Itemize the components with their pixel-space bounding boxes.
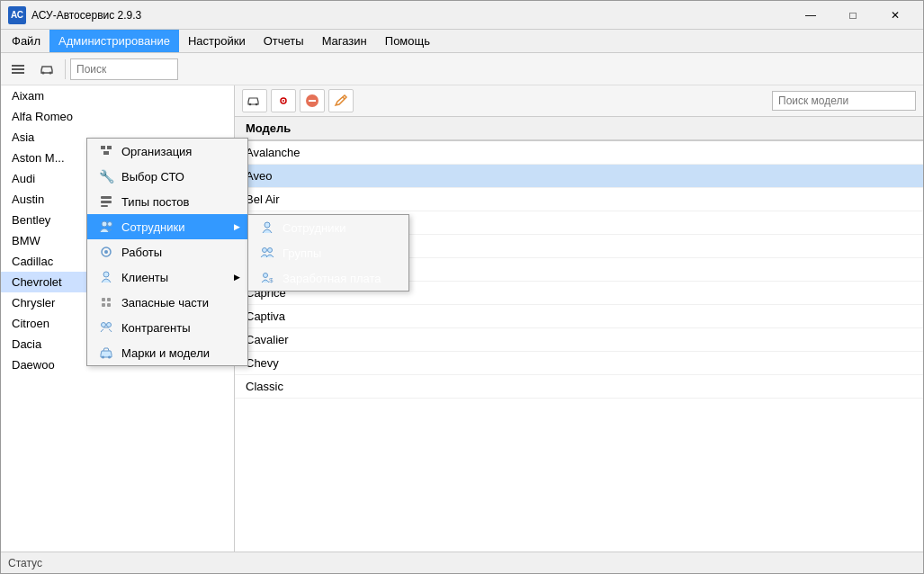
svg-point-33 <box>107 323 112 327</box>
svg-point-32 <box>102 323 106 327</box>
menu-employees-list[interactable]: Сотрудники <box>248 215 408 240</box>
main-search-input[interactable] <box>70 58 178 80</box>
svg-point-6 <box>256 103 258 106</box>
svg-rect-15 <box>101 196 112 199</box>
sto-icon: 🔧 <box>98 168 114 184</box>
menu-groups[interactable]: Группы <box>248 240 408 265</box>
menu-admin[interactable]: Администрирование <box>49 30 179 52</box>
list-item[interactable]: Alfa Romeo <box>1 106 234 127</box>
contractors-label: Контрагенты <box>121 321 191 335</box>
window-title: АСУ-Автосервис 2.9.3 <box>31 9 790 22</box>
parts-label: Запасные части <box>121 296 209 309</box>
app-icon: АС <box>8 6 26 24</box>
settings-btn[interactable] <box>271 89 296 112</box>
table-row[interactable]: Cavalier <box>235 328 923 352</box>
svg-point-36 <box>108 356 111 359</box>
menu-bar: Файл Администрирование Настройки Отчеты … <box>1 30 923 53</box>
delete-icon <box>304 93 320 109</box>
models-column-header: Модель <box>235 117 923 141</box>
table-row[interactable]: Chevy <box>235 352 923 375</box>
menu-post-types[interactable]: Типы постов <box>87 189 247 214</box>
models-panel: Модель Avalanche Aveo Bel Air Beretta Bl… <box>235 85 923 552</box>
delete-btn[interactable] <box>300 89 325 112</box>
sto-label: Выбор СТО <box>121 170 184 184</box>
svg-rect-30 <box>102 303 105 307</box>
menu-org[interactable]: Организация <box>87 139 247 164</box>
svg-rect-17 <box>101 205 108 207</box>
employees-label: Сотрудники <box>121 220 184 234</box>
svg-point-20 <box>265 222 270 228</box>
svg-point-19 <box>108 222 112 227</box>
title-bar: АС АСУ-Автосервис 2.9.3 — □ ✕ <box>1 1 923 30</box>
list-item[interactable]: Aixam <box>1 85 234 106</box>
table-row[interactable]: Avalanche <box>235 141 923 165</box>
content-area: Aixam Alfa Romeo Asia Aston M... Audi Au… <box>1 85 923 552</box>
groups-icon <box>259 245 275 261</box>
svg-rect-12 <box>101 146 105 149</box>
maximize-button[interactable]: □ <box>832 1 874 30</box>
close-button[interactable]: ✕ <box>875 1 916 30</box>
admin-dropdown: Организация 🔧 Выбор СТО Типы постов <box>86 138 248 366</box>
svg-text:$: $ <box>269 276 274 284</box>
groups-label: Группы <box>283 247 321 260</box>
menu-parts[interactable]: Запасные части <box>87 290 247 315</box>
brands-models-label: Марки и модели <box>121 346 210 360</box>
svg-point-22 <box>268 248 273 253</box>
contractors-icon <box>98 319 114 336</box>
svg-point-5 <box>249 103 252 106</box>
settings2-icon <box>275 93 292 109</box>
toolbar-settings-btn[interactable] <box>4 57 31 82</box>
svg-rect-2 <box>12 72 24 74</box>
edit-btn[interactable] <box>328 89 354 112</box>
menu-shop[interactable]: Магазин <box>313 30 376 52</box>
svg-rect-1 <box>12 68 24 70</box>
svg-line-11 <box>343 97 345 99</box>
table-row[interactable]: Aveo <box>235 165 923 188</box>
svg-point-18 <box>102 221 107 227</box>
menu-clients[interactable]: Клиенты <box>87 265 247 290</box>
menu-settings[interactable]: Настройки <box>179 30 255 52</box>
table-row[interactable]: Bel Air <box>235 188 923 211</box>
add-car-btn[interactable] <box>242 89 267 112</box>
svg-rect-13 <box>107 146 112 149</box>
table-row[interactable]: Captiva <box>235 305 923 328</box>
car-icon <box>39 61 55 77</box>
svg-rect-31 <box>107 303 111 307</box>
menu-salary[interactable]: $ Заработная плата <box>248 265 408 291</box>
menu-employees[interactable]: Сотрудники Сотрудники <box>87 214 247 239</box>
employees-list-label: Сотрудники <box>283 221 345 235</box>
org-icon <box>98 143 114 159</box>
salary-icon: $ <box>259 270 275 286</box>
post-types-label: Типы постов <box>121 195 189 209</box>
menu-reports[interactable]: Отчеты <box>255 30 313 52</box>
svg-point-8 <box>283 100 284 102</box>
svg-rect-29 <box>107 298 111 301</box>
svg-point-27 <box>103 272 109 277</box>
parts-icon <box>98 294 114 310</box>
menu-file[interactable]: Файл <box>3 30 49 52</box>
menu-help[interactable]: Помощь <box>376 30 439 52</box>
menu-brands-models[interactable]: Марки и модели <box>87 340 247 365</box>
toolbar-separator-1 <box>65 59 66 79</box>
minimize-button[interactable]: — <box>790 1 831 30</box>
main-toolbar <box>1 53 923 85</box>
car-add-icon <box>247 93 263 109</box>
edit-icon <box>333 93 349 109</box>
salary-label: Заработная плата <box>283 272 381 285</box>
menu-works[interactable]: Работы <box>87 239 247 265</box>
menu-contractors[interactable]: Контрагенты <box>87 315 247 340</box>
employee-list-icon <box>259 220 275 236</box>
model-search-input[interactable] <box>772 91 916 111</box>
status-text: Статус <box>8 557 42 570</box>
svg-point-4 <box>49 71 52 74</box>
status-bar: Статус <box>1 552 923 573</box>
toolbar-car-btn[interactable] <box>33 57 60 82</box>
models-toolbar <box>235 85 923 117</box>
menu-sto[interactable]: 🔧 Выбор СТО <box>87 164 247 189</box>
table-row[interactable]: Classic <box>235 375 923 399</box>
clients-icon <box>98 269 114 285</box>
svg-point-35 <box>102 356 104 359</box>
works-icon <box>98 244 114 260</box>
svg-point-23 <box>264 274 268 278</box>
svg-rect-28 <box>102 298 105 301</box>
